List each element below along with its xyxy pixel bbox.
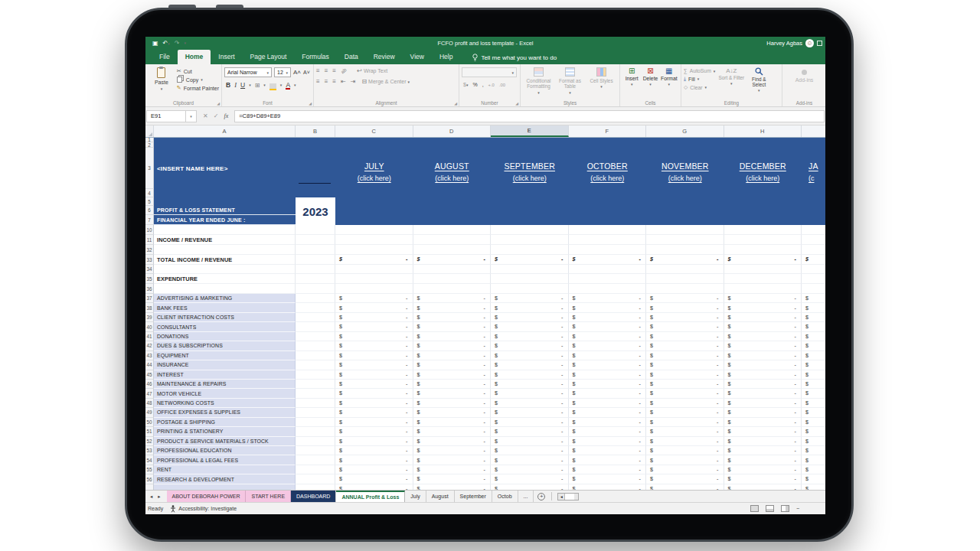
- expense-label-cell[interactable]: PROFESSIONAL & LEGAL FEES: [154, 455, 296, 465]
- value-cell[interactable]: [569, 284, 647, 294]
- value-cell[interactable]: $-: [335, 465, 413, 474]
- autosum-button[interactable]: ∑AutoSum▾: [684, 68, 715, 73]
- ribbon-tab-review[interactable]: Review: [366, 50, 403, 64]
- value-cell[interactable]: [413, 265, 492, 274]
- value-cell-partial[interactable]: $: [802, 380, 825, 389]
- ribbon-tab-formulas[interactable]: Formulas: [294, 50, 336, 64]
- year-cell[interactable]: 2023: [296, 197, 335, 225]
- row-header[interactable]: 44: [145, 360, 154, 370]
- value-cell[interactable]: $-: [413, 351, 492, 360]
- sheet-tab-octob[interactable]: Octob: [492, 491, 518, 502]
- month-link-cell[interactable]: AUGUST(click here): [413, 148, 492, 189]
- row-header[interactable]: 37: [145, 294, 154, 303]
- value-cell-partial[interactable]: $: [802, 341, 825, 350]
- delete-cells-button[interactable]: ⊠Delete▾: [641, 67, 659, 98]
- value-cell[interactable]: $-: [646, 427, 724, 436]
- month-link-cell[interactable]: JA(c: [802, 148, 825, 189]
- row-header[interactable]: 49: [145, 408, 154, 417]
- tell-me-box[interactable]: Tell me what you want to do: [472, 54, 557, 62]
- value-cell[interactable]: $-: [413, 380, 492, 389]
- value-cell[interactable]: [569, 265, 647, 274]
- value-cell[interactable]: [724, 235, 802, 245]
- column-header-f[interactable]: F: [569, 126, 647, 137]
- alignment-dialog-launcher[interactable]: ◢: [454, 101, 457, 106]
- value-cell[interactable]: $-: [646, 399, 724, 408]
- value-cell-partial[interactable]: [802, 245, 825, 255]
- value-cell[interactable]: $-: [646, 446, 724, 455]
- value-cell[interactable]: $-: [724, 418, 802, 427]
- value-cell[interactable]: $-: [491, 389, 569, 398]
- percent-style-icon[interactable]: %: [472, 82, 477, 87]
- value-cell[interactable]: $-: [491, 474, 569, 484]
- expense-label-cell[interactable]: INTEREST: [154, 370, 296, 380]
- align-right-icon[interactable]: ≡: [332, 78, 336, 85]
- number-dialog-launcher[interactable]: ◢: [515, 101, 518, 106]
- ribbon-tab-page-layout[interactable]: Page Layout: [243, 50, 295, 64]
- format-cells-button[interactable]: ▦Format▾: [660, 67, 678, 98]
- customize-qat-icon[interactable]: ▾: [184, 41, 186, 45]
- value-cell[interactable]: $-: [646, 484, 724, 490]
- value-cell[interactable]: $-: [646, 322, 724, 331]
- column-header-c[interactable]: C: [335, 126, 413, 137]
- value-cell[interactable]: $-: [335, 418, 413, 427]
- sheet-tab-about-deborah-power[interactable]: ABOUT DEBORAH POWER: [167, 491, 247, 502]
- value-cell[interactable]: $-: [491, 322, 569, 331]
- enter-icon[interactable]: ✓: [214, 112, 219, 119]
- value-cell[interactable]: [724, 225, 802, 235]
- value-cell[interactable]: [335, 265, 413, 274]
- value-cell[interactable]: $-: [491, 446, 569, 455]
- row-header[interactable]: 50: [145, 418, 154, 427]
- window-control-icon[interactable]: [817, 41, 822, 46]
- cut-button[interactable]: ✂Cut: [177, 68, 219, 74]
- value-cell[interactable]: $-: [491, 437, 569, 446]
- value-cell[interactable]: $-: [646, 255, 724, 265]
- format-as-table-button[interactable]: Format as Table▾: [554, 67, 586, 98]
- value-cell[interactable]: [491, 284, 569, 294]
- sheet-tab-september[interactable]: September: [455, 491, 492, 502]
- value-cell[interactable]: $-: [413, 389, 492, 398]
- sheet-tab-july[interactable]: July: [405, 491, 426, 502]
- row-header[interactable]: 38: [145, 303, 154, 312]
- column-header-h[interactable]: H: [724, 126, 802, 137]
- value-cell[interactable]: $-: [646, 465, 724, 474]
- value-cell[interactable]: $-: [335, 322, 413, 331]
- value-cell-partial[interactable]: $: [802, 351, 825, 360]
- value-cell[interactable]: [646, 245, 724, 255]
- row-header[interactable]: 53: [145, 446, 154, 455]
- value-cell[interactable]: $-: [646, 332, 724, 341]
- value-cell[interactable]: $-: [413, 341, 492, 350]
- align-center-icon[interactable]: ≡: [325, 78, 328, 85]
- row-header[interactable]: 39: [145, 313, 154, 322]
- value-cell[interactable]: $-: [491, 399, 569, 408]
- row-header[interactable]: 3: [145, 148, 154, 189]
- addins-button[interactable]: Add-ins: [795, 70, 814, 98]
- value-cell[interactable]: $-: [569, 474, 647, 484]
- value-cell[interactable]: $-: [413, 474, 492, 484]
- value-cell[interactable]: [646, 274, 724, 284]
- value-cell[interactable]: $-: [413, 399, 492, 408]
- value-cell[interactable]: $-: [646, 303, 724, 312]
- column-header-d[interactable]: D: [413, 126, 492, 137]
- row-header[interactable]: 4: [145, 189, 154, 197]
- value-cell[interactable]: [646, 235, 724, 245]
- row-header[interactable]: 56: [145, 474, 154, 484]
- value-cell[interactable]: $-: [724, 484, 802, 490]
- expense-label-cell[interactable]: INSURANCE: [154, 360, 296, 370]
- scroll-left-icon[interactable]: ◂: [558, 494, 565, 500]
- expense-label-cell[interactable]: PRINTING & STATIONERY: [154, 427, 296, 436]
- row-header[interactable]: 40: [145, 322, 154, 331]
- row-header[interactable]: 47: [145, 389, 154, 398]
- page-layout-view-icon[interactable]: [766, 505, 774, 512]
- value-cell[interactable]: [491, 235, 569, 245]
- ribbon-tab-insert[interactable]: Insert: [211, 50, 242, 64]
- value-cell[interactable]: $-: [646, 370, 724, 380]
- value-cell[interactable]: $-: [646, 455, 724, 465]
- value-cell[interactable]: $-: [724, 380, 802, 389]
- value-cell-partial[interactable]: $: [802, 408, 825, 417]
- value-cell[interactable]: [491, 274, 569, 284]
- income-revenue-header-cell[interactable]: INCOME / REVENUE: [154, 235, 296, 245]
- value-cell[interactable]: $-: [569, 418, 647, 427]
- expense-label-cell[interactable]: RESEARCH & DEVELOPMENT: [154, 474, 296, 484]
- insert-name-cell[interactable]: <INSERT NAME HERE>: [154, 148, 296, 189]
- clipboard-dialog-launcher[interactable]: ◢: [217, 101, 220, 106]
